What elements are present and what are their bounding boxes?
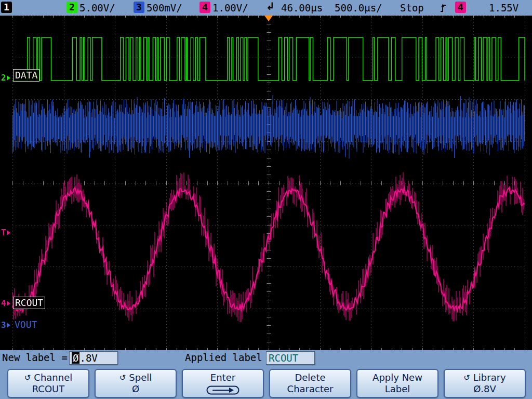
applied-label-field: RCOUT [266,351,315,365]
knob-rotate-icon: ↺ [119,373,126,382]
channel-4-badge: 4 [200,2,210,13]
oscilloscope-ui: 1 2 5.00V/ 3 500mV/ 4 1.00V/ ↲ 46.00µs 5… [0,0,532,399]
right-arrow-icon [7,75,10,81]
channel-4-scale: 1.00V/ [212,2,248,14]
waveform-canvas [0,16,532,350]
knob-rotate-icon: ↺ [24,373,31,382]
trigger-level-marker: T [1,228,10,237]
softkey-bar: ↺Channel RCOUT ↺Spell Ø Enter Delete Cha… [0,366,532,399]
softkey-delete-character[interactable]: Delete Character [269,369,351,398]
status-bar: 1 2 5.00V/ 3 500mV/ 4 1.00V/ ↲ 46.00µs 5… [0,0,532,16]
channel-2-badge: 2 [66,2,77,13]
right-arrow-icon [7,301,10,306]
text-cursor: Ø [72,352,79,364]
trigger-delay-icon: ↲ [266,0,275,12]
timebase-readout: 500.0µs/ [335,2,382,14]
softkey-channel[interactable]: ↺Channel RCOUT [7,369,89,398]
enter-arrow-icon [206,385,240,395]
new-label-input[interactable]: Ø.8V [69,351,118,365]
knob-rotate-icon: ↺ [463,373,470,382]
channel-2-ground-marker: 2 [1,73,10,83]
softkey-enter[interactable]: Enter [182,369,264,398]
new-label-rest: .8V [79,352,97,364]
channel-3-scale: 500mV/ [147,2,182,14]
acquisition-state: Stop [400,2,424,14]
trigger-level-readout: 1.55V [489,2,518,14]
trigger-source-badge: 4 [455,2,466,13]
channel-4-label: RCOUT [13,297,45,309]
label-edit-bar: New label = Ø.8V Applied label = RCOUT [0,350,532,366]
channel-4-ground-marker: 4 [1,298,10,308]
delay-time-readout: 46.00µs [281,2,323,14]
channel-3-label: VOUT [13,319,38,330]
applied-label-prompt: Applied label = [185,352,274,363]
channel-2-label: DATA [13,69,39,82]
softkey-spell[interactable]: ↺Spell Ø [95,369,177,398]
right-arrow-icon [7,323,10,328]
trigger-position-marker [264,16,273,21]
waveform-display: 2 T 4 3 DATA RCOUT VOUT [0,16,532,350]
trigger-slope-icon [439,2,447,14]
right-arrow-icon [7,230,10,235]
softkey-library[interactable]: ↺Library Ø.8V [444,369,526,398]
channel-3-ground-marker: 3 [1,320,10,330]
softkey-apply-new-label[interactable]: Apply New Label [356,369,438,398]
channel-2-scale: 5.00V/ [79,2,115,14]
channel-1-badge: 1 [1,2,12,13]
new-label-prompt: New label = [2,352,68,363]
channel-3-badge: 3 [134,2,144,13]
